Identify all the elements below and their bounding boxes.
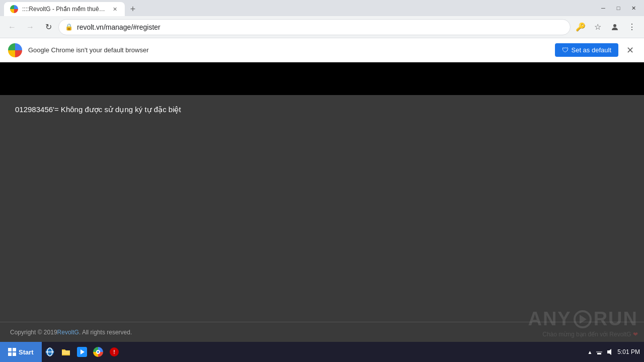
back-button[interactable]: ← xyxy=(4,19,20,35)
close-button[interactable]: ✕ xyxy=(627,3,640,13)
taskbar-right: ▲ 5:01 PM xyxy=(587,348,644,356)
footer-copyright: Copyright © 2019 xyxy=(10,329,57,336)
forward-button[interactable]: → xyxy=(22,19,38,35)
shield-icon: 🛡 xyxy=(562,46,569,54)
maximize-button[interactable]: □ xyxy=(612,3,625,13)
address-bar[interactable]: 🔒 revolt.vn/manage/#register xyxy=(58,19,571,35)
svg-rect-4 xyxy=(13,352,16,356)
default-browser-bar: Google Chrome isn't your default browser… xyxy=(0,38,644,62)
lock-icon: 🔒 xyxy=(65,23,73,31)
page-footer: Copyright © 2019 RevoltG . All rights re… xyxy=(0,322,644,342)
tab-close-button[interactable]: ✕ xyxy=(111,5,119,13)
set-default-button[interactable]: 🛡 Set as default xyxy=(555,43,619,57)
taskbar: Start ! ▲ xyxy=(0,342,644,362)
tab-favicon xyxy=(10,5,18,13)
address-text: revolt.vn/manage/#register xyxy=(77,23,564,31)
svg-marker-14 xyxy=(607,349,611,355)
svg-point-0 xyxy=(613,24,616,27)
svg-rect-2 xyxy=(13,348,16,351)
menu-button[interactable]: ⋮ xyxy=(624,19,640,35)
svg-rect-13 xyxy=(596,351,602,352)
chrome-window: ::::RevoltG - Phần mềm thuê game b... ✕ … xyxy=(0,0,644,342)
page-header xyxy=(0,62,644,95)
taskbar-ie-icon[interactable] xyxy=(42,342,58,362)
browser-toolbar: ← → ↻ 🔒 revolt.vn/manage/#register 🔑 ☆ ⋮ xyxy=(0,16,644,38)
tab-title: ::::RevoltG - Phần mềm thuê game b... xyxy=(22,6,107,13)
set-default-label: Set as default xyxy=(572,46,612,54)
toolbar-actions: 🔑 ☆ ⋮ xyxy=(573,19,640,35)
window-controls: ─ □ ✕ xyxy=(597,3,640,13)
taskbar-clock: 5:01 PM xyxy=(617,348,640,355)
bookmark-button[interactable]: ☆ xyxy=(590,19,606,35)
new-tab-button[interactable]: + xyxy=(126,2,140,16)
taskbar-folder-icon[interactable] xyxy=(58,342,74,362)
tab-area: ::::RevoltG - Phần mềm thuê game b... ✕ … xyxy=(4,0,591,16)
error-message: 012983456'= Không được sử dụng ký tự đặc… xyxy=(15,105,181,114)
title-bar: ::::RevoltG - Phần mềm thuê game b... ✕ … xyxy=(0,0,644,16)
svg-rect-3 xyxy=(8,352,12,356)
footer-rights: . All rights reserved. xyxy=(79,329,132,336)
page-content: 012983456'= Không được sử dụng ký tự đặc… xyxy=(0,62,644,342)
profile-button[interactable] xyxy=(607,19,623,35)
taskbar-security-icon[interactable]: ! xyxy=(106,342,122,362)
taskbar-media-icon[interactable] xyxy=(74,342,90,362)
svg-rect-12 xyxy=(597,353,601,354)
start-button[interactable]: Start xyxy=(0,342,42,362)
active-tab[interactable]: ::::RevoltG - Phần mềm thuê game b... ✕ xyxy=(4,2,125,16)
footer-brand-link[interactable]: RevoltG xyxy=(57,329,79,336)
main-content: 012983456'= Không được sử dụng ký tự đặc… xyxy=(0,95,644,322)
default-browser-message: Google Chrome isn't your default browser xyxy=(28,46,549,54)
minimize-button[interactable]: ─ xyxy=(597,3,610,13)
key-button[interactable]: 🔑 xyxy=(573,19,589,35)
dismiss-notification-button[interactable]: ✕ xyxy=(624,43,636,58)
svg-rect-1 xyxy=(8,348,12,351)
tray-network-icon xyxy=(595,348,603,356)
tray-chevron[interactable]: ▲ xyxy=(587,349,592,355)
chrome-icon xyxy=(8,43,22,57)
tray-volume-icon xyxy=(606,348,614,356)
svg-text:!: ! xyxy=(113,349,115,355)
start-label: Start xyxy=(19,348,34,356)
reload-button[interactable]: ↻ xyxy=(40,19,56,35)
taskbar-chrome-icon[interactable] xyxy=(90,342,106,362)
